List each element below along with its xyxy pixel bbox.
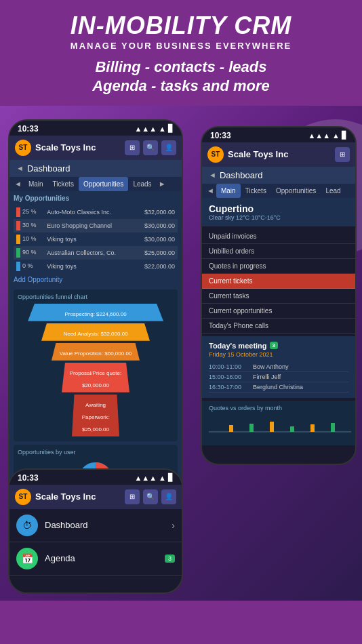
menu-chevron-icon: › xyxy=(172,520,175,531)
tab-opportunities-right[interactable]: Opportunities xyxy=(271,184,321,198)
table-row: 30 % Euro Shopping Channel $30,000.00 xyxy=(14,219,178,233)
table-row: 10 % Viking toys $30,000.00 xyxy=(14,233,178,246)
dash-item[interactable]: Quotes in progress xyxy=(202,259,355,274)
header-banner: IN-MOBILITY CRM MANAGE YOUR BUSINESS EVE… xyxy=(0,0,362,106)
menu-item[interactable]: 📅 Agenda 3 xyxy=(9,542,182,576)
time-right: 10:33 xyxy=(210,131,231,140)
section-title-opp: My Opportunities xyxy=(14,195,178,202)
meeting-row: 10:00-11:00Bow Anthony xyxy=(209,362,348,372)
app-tagline: Billing - contacts - leads Agenda - task… xyxy=(14,58,348,96)
meeting-section: Today's meeting 3 Friday 15 October 2021… xyxy=(202,336,355,398)
weather-desc: Clear sky 12°C 10°C-16°C xyxy=(209,214,348,221)
status-bar-right: 10:33 ▲▲▲ ▲ ▊ xyxy=(202,127,355,142)
app-subtitle: MANAGE YOUR BUSINESS EVERYWHERE xyxy=(14,41,348,51)
status-bar-bottom: 10:33 ▲▲▲ ▲ ▊ xyxy=(9,470,182,485)
tab-tickets-right[interactable]: Tickets xyxy=(241,184,271,198)
funnel-stage-label: Value Proposition: $60,000.00 xyxy=(60,348,132,359)
status-icons-main: ▲▲▲ ▲ ▊ xyxy=(134,124,174,133)
meeting-time: 16:30-17:00 xyxy=(209,384,253,390)
signal-icon-right: ▲▲▲ xyxy=(308,132,330,140)
back-arrow-right[interactable]: ◄ xyxy=(209,171,216,179)
phone-main: 10:33 ▲▲▲ ▲ ▊ ST Scale Toys Inc ⊞ 🔍 👤 ◄ … xyxy=(8,119,183,499)
funnel-title: Opportunities funnel chart xyxy=(18,294,174,300)
tab-main[interactable]: Main xyxy=(24,177,48,191)
dash-item[interactable]: Unbilled orders xyxy=(202,244,355,259)
meeting-row: 16:30-17:00Berglund Christina xyxy=(209,382,348,393)
nav-right-arrow[interactable]: ► xyxy=(157,177,168,190)
signal-icon: ▲▲▲ xyxy=(134,125,157,133)
funnel-container: Prospecting: $224,600.00Need Analysis: $… xyxy=(18,304,174,437)
menu-item[interactable]: ⏱ Dashboard › xyxy=(9,509,182,542)
tab-leads-right[interactable]: Lead xyxy=(321,184,345,198)
time-bottom: 10:33 xyxy=(18,473,39,483)
app-title: IN-MOBILITY CRM xyxy=(14,12,348,39)
grid-icon[interactable]: ⊞ xyxy=(125,140,140,155)
meeting-time: 15:00-16:00 xyxy=(209,374,253,380)
company-name-main: Scale Toys Inc xyxy=(35,142,121,153)
funnel-row: Proposal/Price quote: $20,000.00 xyxy=(62,363,129,393)
company-name-bottom: Scale Toys Inc xyxy=(35,491,121,502)
menu-item-icon: 📅 xyxy=(16,548,38,569)
dash-item[interactable]: Current opportunities xyxy=(202,304,355,319)
app-logo-bottom: ST xyxy=(15,489,31,505)
svg-rect-6 xyxy=(310,424,315,432)
app-header-right: ST Scale Toys Inc ⊞ xyxy=(202,142,355,167)
dash-item[interactable]: Unpaid invoices xyxy=(202,229,355,244)
status-icons-bottom: ▲▲▲ ▲ ▊ xyxy=(134,473,174,482)
breadcrumb-title-main: Dashboard xyxy=(27,163,71,174)
funnel-stage-label: Prospecting: $224,600.00 xyxy=(64,309,126,319)
app-header-bottom: ST Scale Toys Inc ⊞ 🔍 👤 xyxy=(9,485,182,509)
search-icon-bottom[interactable]: 🔍 xyxy=(143,489,158,504)
tab-leads[interactable]: Leads xyxy=(128,177,156,191)
battery-icon: ▊ xyxy=(168,124,174,133)
quotes-chart xyxy=(209,411,351,439)
menu-badge: 3 xyxy=(165,555,175,563)
city-name: Cupertino xyxy=(209,203,348,214)
tab-main-right[interactable]: Main xyxy=(216,184,241,198)
meeting-time: 10:00-11:00 xyxy=(209,363,253,370)
nav-left-arrow-right[interactable]: ◄ xyxy=(205,184,216,197)
dash-item[interactable]: Today's Phone calls xyxy=(202,319,355,334)
wifi-icon: ▲ xyxy=(159,125,166,133)
battery-icon-right: ▊ xyxy=(342,131,347,140)
table-row: 90 % Australian Collectors, Co. $25,000.… xyxy=(14,246,178,260)
signal-icon-bottom: ▲▲▲ xyxy=(134,474,157,482)
funnel-row: Awaiting Paperwork: $25,000.00 xyxy=(72,395,119,437)
user-icon[interactable]: 👤 xyxy=(161,140,176,155)
back-arrow-main[interactable]: ◄ xyxy=(16,164,24,172)
nav-tabs-right: ◄ Main Tickets Opportunities Lead xyxy=(202,184,355,198)
search-icon[interactable]: 🔍 xyxy=(143,140,158,155)
menu-items: ⏱ Dashboard › 📅 Agenda 3 xyxy=(9,509,182,576)
meeting-rows: 10:00-11:00Bow Anthony15:00-16:00Firrell… xyxy=(209,362,348,393)
meeting-date: Friday 15 October 2021 xyxy=(209,351,348,358)
grid-icon-right[interactable]: ⊞ xyxy=(335,147,350,162)
phone-bottom: 10:33 ▲▲▲ ▲ ▊ ST Scale Toys Inc ⊞ 🔍 👤 ⏱ … xyxy=(8,468,183,594)
app-header-main: ST Scale Toys Inc ⊞ 🔍 👤 xyxy=(9,136,182,160)
menu-item-label: Dashboard xyxy=(45,520,165,530)
nav-tabs-main: ◄ Main Tickets Opportunities Leads ► xyxy=(9,177,182,191)
weather-widget: Cupertino Clear sky 12°C 10°C-16°C xyxy=(202,198,355,226)
tab-tickets[interactable]: Tickets xyxy=(48,177,79,191)
phones-container: 10:33 ▲▲▲ ▲ ▊ ST Scale Toys Inc ⊞ 🔍 👤 ◄ … xyxy=(0,106,362,601)
by-user-title: Opportunities by user xyxy=(18,449,174,456)
dash-item[interactable]: Current tasks xyxy=(202,289,355,304)
user-icon-bottom[interactable]: 👤 xyxy=(161,489,176,504)
dashboard-list: Unpaid invoicesUnbilled ordersQuotes in … xyxy=(202,229,355,334)
svg-rect-2 xyxy=(229,425,233,432)
menu-item-icon: ⏱ xyxy=(16,515,38,536)
status-bar-main: 10:33 ▲▲▲ ▲ ▊ xyxy=(9,121,182,136)
add-opportunity-link[interactable]: Add Opportunity xyxy=(14,273,178,286)
battery-icon-bottom: ▊ xyxy=(168,473,174,482)
table-row: 0 % Viking toys $22,000.00 xyxy=(14,260,178,273)
wifi-icon-right: ▲ xyxy=(332,132,340,140)
meeting-person: Berglund Christina xyxy=(253,384,348,390)
dash-item[interactable]: Current tickets xyxy=(202,274,355,289)
meeting-title: Today's meeting 3 xyxy=(209,342,348,350)
grid-icon-bottom[interactable]: ⊞ xyxy=(125,489,140,504)
funnel-row: Need Analysis: $32,000.00 xyxy=(41,323,150,341)
chart-title: Quotes vs orders by month xyxy=(209,405,348,411)
main-content: My Opportunities 25 % Auto-Moto Classics… xyxy=(9,191,182,499)
nav-left-arrow[interactable]: ◄ xyxy=(12,177,24,190)
tab-opportunities[interactable]: Opportunities xyxy=(79,177,128,191)
svg-rect-3 xyxy=(249,424,254,432)
